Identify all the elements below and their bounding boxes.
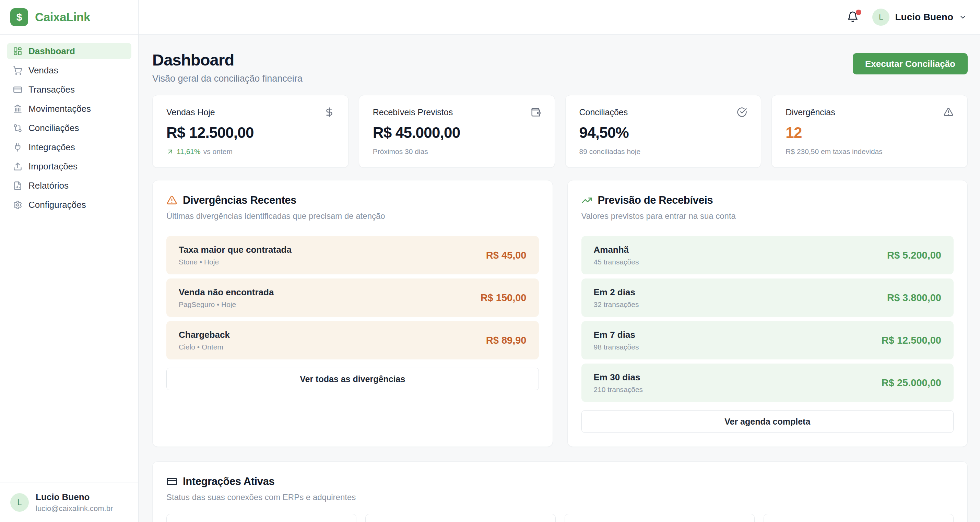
receivables-forecast-panel: Previsão de Recebíveis Valores previstos… — [567, 180, 968, 447]
view-all-divergences-button[interactable]: Ver todas as divergências — [166, 368, 539, 390]
divergence-meta: Cielo • Ontem — [179, 343, 230, 351]
forecast-meta: 32 transações — [594, 301, 639, 309]
stat-value: 12 — [786, 124, 954, 141]
divergence-title: Chargeback — [179, 329, 230, 340]
cart-icon — [13, 66, 22, 75]
stats-row: Vendas Hoje R$ 12.500,00 11,61% vs ontem… — [152, 95, 968, 168]
sidebar-item-integracoes[interactable]: Integrações — [7, 139, 131, 155]
forecast-title: Em 2 dias — [594, 287, 639, 298]
active-integrations-panel: Integrações Ativas Status das suas conex… — [152, 461, 968, 522]
forecast-meta: 45 transações — [594, 258, 639, 266]
sidebar-item-label: Transações — [29, 84, 75, 95]
view-full-schedule-button[interactable]: Ver agenda completa — [581, 410, 954, 433]
plug-icon — [13, 143, 22, 152]
stat-value: 94,50% — [579, 124, 748, 141]
avatar: L — [10, 493, 29, 512]
panel-subtitle: Valores previstos para entrar na sua con… — [581, 211, 954, 221]
credit-card-icon — [13, 85, 22, 94]
panel-title: Previsão de Recebíveis — [598, 194, 713, 207]
forecast-title: Em 7 dias — [594, 329, 639, 340]
forecast-row[interactable]: Em 30 dias 210 transações R$ 25.000,00 — [581, 364, 954, 402]
user-email: lucio@caixalink.com.br — [36, 504, 113, 513]
sidebar: $ CaixaLink Dashboard Vendas Transações … — [0, 0, 138, 522]
recent-divergences-panel: Divergências Recentes Últimas divergênci… — [152, 180, 553, 447]
sidebar-item-label: Dashboard — [29, 46, 75, 57]
sidebar-item-label: Integrações — [29, 142, 75, 153]
avatar: L — [872, 9, 889, 26]
forecast-meta: 98 transações — [594, 343, 639, 351]
forecast-amount: R$ 5.200,00 — [887, 250, 941, 261]
forecast-title: Em 30 dias — [594, 372, 643, 383]
stat-label: Divergências — [786, 107, 835, 117]
sidebar-item-label: Vendas — [29, 65, 58, 76]
sidebar-item-label: Importações — [29, 161, 78, 172]
integration-card-stone[interactable]: Stone Há 10 min — [365, 514, 555, 522]
stat-value: R$ 45.000,00 — [373, 124, 541, 141]
upload-icon — [13, 162, 22, 171]
stat-label: Conciliações — [579, 107, 628, 117]
dollar-icon — [324, 107, 334, 117]
integration-card-pagseguro[interactable]: PagSeguro Não sincronizado — [565, 514, 755, 522]
forecast-row[interactable]: Em 7 dias 98 transações R$ 12.500,00 — [581, 321, 954, 360]
forecast-row[interactable]: Em 2 dias 32 transações R$ 3.800,00 — [581, 279, 954, 317]
divergence-row[interactable]: Venda não encontrada PagSeguro • Hoje R$… — [166, 279, 539, 317]
page-subtitle: Visão geral da conciliação financeira — [152, 73, 302, 84]
sidebar-item-configuracoes[interactable]: Configurações — [7, 197, 131, 213]
wallet-icon — [531, 107, 541, 117]
notifications-button[interactable] — [847, 11, 859, 23]
sidebar-user[interactable]: L Lucio Bueno lucio@caixalink.com.br — [0, 482, 138, 522]
stat-note: R$ 230,50 em taxas indevidas — [786, 148, 954, 156]
sidebar-item-relatorios[interactable]: Relatórios — [7, 177, 131, 194]
sidebar-item-transacoes[interactable]: Transações — [7, 81, 131, 98]
sidebar-item-vendas[interactable]: Vendas — [7, 62, 131, 78]
divergence-row[interactable]: Chargeback Cielo • Ontem R$ 89,90 — [166, 321, 539, 360]
run-reconciliation-button[interactable]: Executar Conciliação — [853, 53, 968, 75]
sidebar-item-label: Movimentações — [29, 103, 91, 114]
brand-logo[interactable]: $ CaixaLink — [0, 0, 138, 35]
divergence-amount: R$ 89,90 — [486, 335, 527, 346]
stat-card-vendas-hoje: Vendas Hoje R$ 12.500,00 11,61% vs ontem — [152, 95, 348, 168]
panel-title: Integrações Ativas — [183, 475, 274, 488]
divergence-amount: R$ 45,00 — [486, 250, 527, 261]
stat-label: Vendas Hoje — [166, 107, 215, 117]
integration-card-bling[interactable]: Bling Há 5 min — [166, 514, 356, 522]
file-chart-icon — [13, 181, 22, 190]
stat-note: 89 conciliadas hoje — [579, 148, 748, 156]
stat-label: Recebíveis Previstos — [373, 107, 453, 117]
avatar-initial: L — [17, 498, 22, 507]
stat-card-recebiveis: Recebíveis Previstos R$ 45.000,00 Próxim… — [359, 95, 555, 168]
integration-card-nubank[interactable]: Nubank Há 1 hora — [764, 514, 954, 522]
user-name: Lucio Bueno — [895, 12, 953, 22]
forecast-amount: R$ 3.800,00 — [887, 292, 941, 304]
sidebar-item-label: Conciliações — [29, 123, 79, 134]
alert-triangle-icon — [166, 195, 177, 206]
stat-card-divergencias: Divergências 12 R$ 230,50 em taxas indev… — [772, 95, 968, 168]
check-circle-icon — [737, 107, 747, 117]
user-menu[interactable]: L Lucio Bueno — [872, 9, 967, 26]
divergence-meta: Stone • Hoje — [179, 258, 291, 266]
sidebar-item-movimentacoes[interactable]: Movimentações — [7, 100, 131, 117]
divergence-title: Venda não encontrada — [179, 287, 274, 298]
gear-icon — [13, 200, 22, 210]
user-name: Lucio Bueno — [36, 492, 113, 503]
stat-trend-note: vs ontem — [204, 148, 232, 156]
stat-card-conciliacoes: Conciliações 94,50% 89 conciliadas hoje — [565, 95, 762, 168]
forecast-row[interactable]: Amanhã 45 transações R$ 5.200,00 — [581, 236, 954, 274]
avatar-initial: L — [879, 13, 883, 22]
divergence-meta: PagSeguro • Hoje — [179, 301, 274, 309]
page-title: Dashboard — [152, 51, 302, 69]
sidebar-item-importacoes[interactable]: Importações — [7, 158, 131, 175]
stat-trend-percent: 11,61% — [177, 148, 200, 156]
divergence-row[interactable]: Taxa maior que contratada Stone • Hoje R… — [166, 236, 539, 274]
main-content: Dashboard Visão geral da conciliação fin… — [138, 35, 980, 522]
git-compare-icon — [13, 124, 22, 133]
sidebar-item-conciliacoes[interactable]: Conciliações — [7, 120, 131, 136]
sidebar-item-dashboard[interactable]: Dashboard — [7, 43, 131, 59]
notification-dot — [856, 10, 861, 15]
alert-triangle-icon — [943, 107, 954, 117]
chevron-down-icon — [959, 13, 967, 21]
sidebar-item-label: Configurações — [29, 200, 86, 210]
dollar-logo-icon: $ — [10, 8, 28, 26]
topbar: L Lucio Bueno — [138, 0, 980, 35]
sidebar-nav: Dashboard Vendas Transações Movimentaçõe… — [0, 35, 138, 224]
